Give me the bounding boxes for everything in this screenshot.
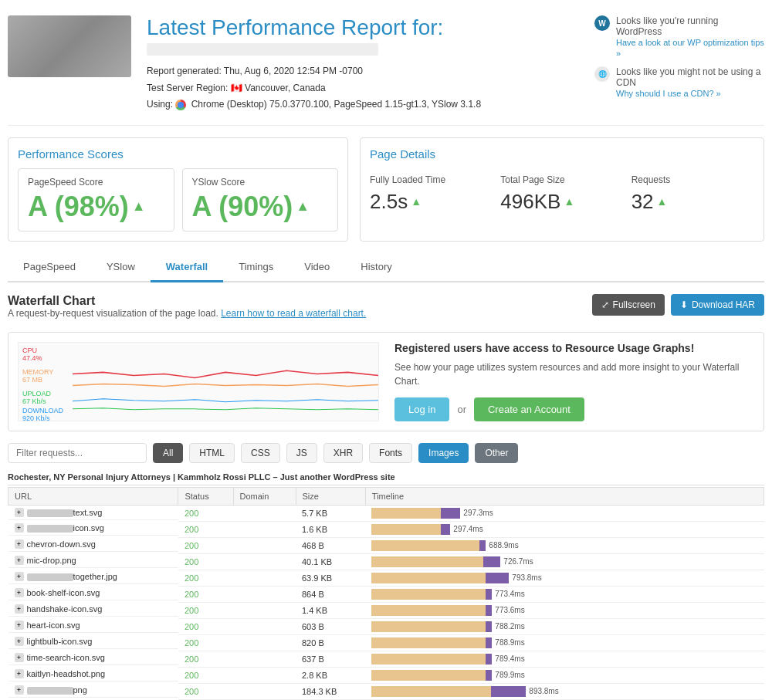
filter-css-button[interactable]: CSS: [241, 443, 280, 463]
resource-info: Registered users have access to Resource…: [394, 342, 754, 421]
tab-pagespeed[interactable]: PageSpeed: [8, 253, 91, 282]
expand-button[interactable]: +: [15, 588, 24, 597]
row-url: +together.jpg: [8, 570, 178, 584]
resource-chart-area: CPU 47.4% MEMORY 67 MB UPLOAD 67 Kb/s DO…: [18, 342, 379, 421]
row-url: +handshake-icon.svg: [8, 602, 178, 617]
expand-button[interactable]: +: [15, 669, 24, 678]
chrome-icon: [175, 100, 186, 110]
expand-button[interactable]: +: [15, 572, 24, 581]
expand-button[interactable]: +: [15, 604, 24, 614]
filter-js-button[interactable]: JS: [286, 443, 317, 463]
cdn-notice-link[interactable]: Why should I use a CDN? »: [616, 89, 721, 98]
filter-other-button[interactable]: Other: [475, 443, 518, 463]
col-url: URL: [8, 487, 178, 505]
url-text: mic-drop.png: [27, 556, 76, 565]
row-status: 200: [178, 651, 233, 667]
col-domain: Domain: [233, 487, 296, 505]
tab-timings[interactable]: Timings: [223, 253, 289, 282]
filter-images-button[interactable]: Images: [418, 443, 469, 463]
filter-html-button[interactable]: HTML: [189, 443, 235, 463]
row-timeline: 297.3ms: [365, 505, 764, 521]
expand-button[interactable]: +: [15, 539, 24, 549]
total-size-value: 496KB ▲: [500, 190, 623, 214]
url-text: lightbulb-icon.svg: [27, 637, 93, 646]
row-size: 603 B: [296, 618, 365, 634]
filter-input[interactable]: [8, 443, 147, 463]
filter-all-button[interactable]: All: [153, 443, 183, 463]
col-timeline: Timeline: [365, 487, 764, 505]
row-domain: [233, 667, 296, 683]
row-domain: [233, 602, 296, 618]
expand-button[interactable]: +: [15, 523, 24, 533]
expand-button[interactable]: +: [15, 508, 24, 517]
scores-section: Performance Scores PageSpeed Score A (98…: [8, 137, 764, 242]
learn-waterfall-link[interactable]: Learn how to read a waterfall chart.: [221, 308, 366, 319]
table-row: +mic-drop.png20040.1 KB726.7ms: [8, 553, 764, 570]
blurred-url-prefix: [27, 509, 73, 517]
tab-waterfall[interactable]: Waterfall: [151, 253, 223, 282]
expand-button[interactable]: +: [15, 685, 24, 695]
timeline-label: 789.9ms: [495, 671, 524, 679]
header-notices: W Looks like you're running WordPress Ha…: [594, 15, 764, 107]
timeline-bar: 726.7ms: [371, 556, 757, 567]
row-status: 200: [178, 634, 233, 651]
row-url: +icon.svg: [8, 521, 178, 536]
filter-bar: All HTML CSS JS XHR Fonts Images Other: [8, 443, 764, 463]
expand-button[interactable]: +: [15, 556, 24, 565]
yslow-score-box: YSlow Score A (90%) ▲: [182, 168, 339, 232]
timeline-bar: 688.9ms: [371, 540, 757, 551]
blurred-url-prefix: [27, 687, 73, 695]
site-label: Rochester, NY Personal Injury Attorneys …: [8, 469, 764, 485]
row-domain: [233, 618, 296, 634]
download-har-button[interactable]: ⬇ Download HAR: [671, 294, 764, 316]
yslow-label: YSlow Score: [192, 177, 329, 188]
fully-loaded-value: 2.5s ▲: [370, 190, 493, 214]
row-timeline: 788.2ms: [365, 618, 764, 634]
expand-button[interactable]: +: [15, 637, 24, 646]
table-row: +time-search-icon.svg200637 B789.4ms: [8, 651, 764, 667]
row-url: +png: [8, 683, 178, 698]
timeline-label: 726.7ms: [503, 557, 533, 566]
create-account-button[interactable]: Create an Account: [474, 397, 584, 421]
chart-legend: CPU 47.4% MEMORY 67 MB UPLOAD 67 Kb/s DO…: [22, 347, 63, 421]
row-timeline: 789.4ms: [365, 651, 764, 667]
row-timeline: 688.9ms: [365, 537, 764, 553]
timeline-bar: 788.2ms: [371, 621, 757, 632]
table-row: +lightbulb-icon.svg200820 B788.9ms: [8, 634, 764, 651]
row-size: 1.4 KB: [296, 602, 365, 618]
login-button[interactable]: Log in: [394, 397, 449, 421]
filter-xhr-button[interactable]: XHR: [323, 443, 363, 463]
tab-history[interactable]: History: [345, 253, 407, 282]
total-size-box: Total Page Size 496KB ▲: [500, 168, 623, 220]
filter-fonts-button[interactable]: Fonts: [369, 443, 412, 463]
scores-inner: PageSpeed Score A (98%) ▲ YSlow Score A …: [18, 168, 338, 232]
row-url: +mic-drop.png: [8, 553, 178, 568]
performance-scores-panel: Performance Scores PageSpeed Score A (98…: [8, 137, 348, 242]
requests-value: 32 ▲: [631, 190, 754, 214]
expand-button[interactable]: +: [15, 653, 24, 662]
page-details-panel: Page Details Fully Loaded Time 2.5s ▲ To…: [360, 137, 764, 242]
row-url: +book-shelf-icon.svg: [8, 586, 178, 600]
url-text: book-shelf-icon.svg: [27, 588, 100, 597]
cpu-legend: CPU 47.4%: [22, 347, 63, 362]
timeline-bar: 793.8ms: [371, 573, 757, 583]
row-timeline: 297.4ms: [365, 521, 764, 537]
timeline-bar: 773.4ms: [371, 589, 757, 600]
pagespeed-value: A (98%) ▲: [28, 191, 164, 223]
fullscreen-button[interactable]: ⤢ Fullscreen: [592, 294, 665, 316]
expand-button[interactable]: +: [15, 621, 24, 630]
cdn-notice-item: 🌐 Looks like you might not be using a CD…: [594, 66, 764, 99]
tab-video[interactable]: Video: [289, 253, 345, 282]
upload-legend: UPLOAD 67 Kb/s: [22, 390, 63, 405]
table-row: +chevron-down.svg200468 B688.9ms: [8, 537, 764, 553]
timeline-bar: 297.4ms: [371, 524, 757, 535]
tab-yslow[interactable]: YSlow: [91, 253, 151, 282]
row-timeline: 789.9ms: [365, 667, 764, 683]
wp-notice-link[interactable]: Have a look at our WP optimization tips …: [616, 38, 764, 58]
fully-loaded-trend-icon: ▲: [411, 195, 422, 208]
row-status: 200: [178, 553, 233, 570]
report-generated-label: Report generated:: [147, 66, 222, 76]
timeline-label: 788.2ms: [495, 622, 524, 631]
row-url: +text.svg: [8, 506, 178, 520]
table-row: +png200184.3 KB893.8ms: [8, 683, 764, 699]
